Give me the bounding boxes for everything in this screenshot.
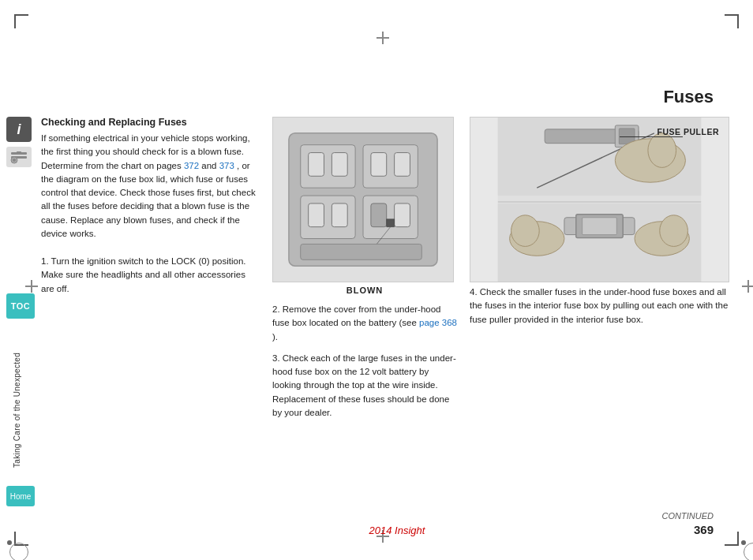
info-icon: i xyxy=(6,117,32,142)
home-button[interactable]: Home xyxy=(6,486,35,506)
svg-rect-19 xyxy=(301,244,422,259)
step4-number: 4. xyxy=(470,287,480,297)
body-and: and xyxy=(199,161,219,170)
link-373[interactable]: 373 xyxy=(219,161,234,170)
blown-label: BLOWN xyxy=(272,286,457,295)
svg-rect-13 xyxy=(371,153,387,177)
step2-text2: ). xyxy=(272,332,278,342)
page-number: 369 xyxy=(694,523,714,536)
step1-text: Turn the ignition switch to the LOCK (0)… xyxy=(41,256,246,293)
svg-point-36 xyxy=(660,215,688,247)
svg-rect-14 xyxy=(395,153,410,177)
svg-rect-32 xyxy=(583,218,617,235)
step2-number: 2. xyxy=(272,304,283,314)
fuse-puller-label: FUSE PULLER xyxy=(657,127,719,136)
model-label: 2014 Insight xyxy=(41,525,753,536)
svg-rect-11 xyxy=(309,153,324,177)
body-text-2: , or the diagram on the fuse box lid, wh… xyxy=(41,161,256,238)
right-column: FUSE PULLER 4. Check the smaller fuses i… xyxy=(463,117,729,497)
step3-text: Check each of the large fuses in the und… xyxy=(272,353,456,417)
fuse-puller-box: FUSE PULLER xyxy=(470,117,729,282)
step1-number: 1. xyxy=(41,256,51,266)
main-content: Fuses Checking and Replacing Fuses If so… xyxy=(41,0,753,560)
page-title: Fuses xyxy=(663,87,714,107)
svg-point-27 xyxy=(648,133,676,168)
sidebar: i TOC Taking Care of the Unexpected Home xyxy=(0,0,41,560)
svg-rect-15 xyxy=(309,203,324,227)
step4-text: Check the smaller fuses in the under-hoo… xyxy=(470,287,728,324)
toc-label: TOC xyxy=(11,301,31,311)
step-2: 2. Remove the cover from the under-hood … xyxy=(272,303,457,344)
link-page368[interactable]: page 368 xyxy=(419,318,457,327)
link-372[interactable]: 372 xyxy=(184,161,199,170)
continued-label: CONTINUED xyxy=(662,511,714,521)
step-1: 1. Turn the ignition switch to the LOCK … xyxy=(41,255,258,296)
svg-rect-17 xyxy=(371,203,387,227)
svg-point-4 xyxy=(13,159,16,162)
step2-text: Remove the cover from the under-hood fus… xyxy=(272,304,441,327)
svg-rect-18 xyxy=(395,203,410,227)
step3-number: 3. xyxy=(272,353,283,363)
svg-rect-2 xyxy=(17,151,21,153)
svg-rect-12 xyxy=(332,153,347,177)
section-title: Checking and Replacing Fuses xyxy=(41,117,258,128)
left-column: Checking and Replacing Fuses If somethin… xyxy=(41,117,266,497)
fuse-puller-line xyxy=(620,136,683,137)
section-label: Taking Care of the Unexpected xyxy=(0,331,33,489)
toc-button[interactable]: TOC xyxy=(6,293,35,319)
svg-rect-16 xyxy=(332,203,347,227)
content-area: Checking and Replacing Fuses If somethin… xyxy=(41,117,729,497)
fuse-image-box xyxy=(272,117,454,282)
step-3: 3. Check each of the large fuses in the … xyxy=(272,352,457,420)
svg-point-34 xyxy=(511,215,540,247)
section-body: If something electrical in your vehicle … xyxy=(41,132,258,241)
mid-column: BLOWN 2. Remove the cover from the under… xyxy=(266,117,463,497)
step-4: 4. Check the smaller fuses in the under-… xyxy=(470,286,729,327)
tool-icon xyxy=(6,147,32,167)
